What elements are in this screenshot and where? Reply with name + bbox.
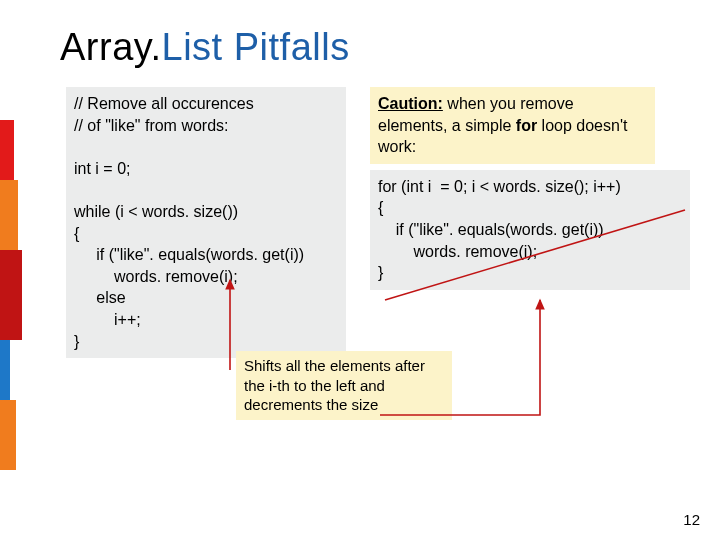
caution-label: Caution:: [378, 95, 443, 112]
title-suffix: Pitfalls: [223, 26, 350, 68]
page-number: 12: [683, 511, 700, 528]
right-code-block: for (int i = 0; i < words. size(); i++) …: [370, 170, 690, 290]
left-code-text: // Remove all occurences // of "like" fr…: [74, 95, 304, 350]
left-column: // Remove all occurences // of "like" fr…: [66, 87, 356, 358]
note-text: Shifts all the elements after the i-th t…: [244, 357, 425, 413]
slide-body: Array.List Pitfalls // Remove all occure…: [0, 0, 720, 540]
title-mid: List: [162, 26, 223, 68]
right-code-text: for (int i = 0; i < words. size(); i++) …: [378, 178, 621, 281]
note-box: Shifts all the elements after the i-th t…: [236, 351, 452, 420]
caution-for: for: [516, 117, 537, 134]
left-code-block: // Remove all occurences // of "like" fr…: [66, 87, 346, 358]
slide-title: Array.List Pitfalls: [60, 26, 676, 69]
right-column: Caution: when you remove elements, a sim…: [370, 87, 700, 290]
caution-box: Caution: when you remove elements, a sim…: [370, 87, 655, 164]
title-prefix: Array.: [60, 26, 162, 68]
